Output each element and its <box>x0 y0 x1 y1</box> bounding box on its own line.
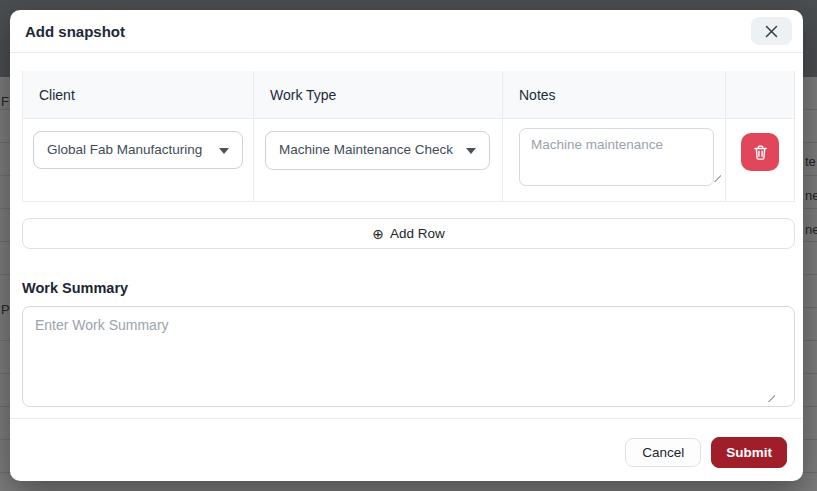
trash-icon <box>752 144 769 161</box>
notes-cell <box>503 119 726 201</box>
modal-header: Add snapshot <box>10 10 803 53</box>
table-header-row: Client Work Type Notes <box>23 71 794 118</box>
actions-cell <box>726 119 794 201</box>
close-icon <box>765 25 778 38</box>
add-snapshot-modal: Add snapshot Client Work Type Notes <box>10 10 803 481</box>
chevron-down-icon <box>219 148 229 154</box>
client-select-value: Global Fab Manufacturing <box>34 132 242 159</box>
modal-title: Add snapshot <box>25 23 125 40</box>
work-type-select[interactable]: Machine Maintenance Check <box>265 131 490 170</box>
work-type-cell: Machine Maintenance Check <box>254 119 503 201</box>
column-header-work-type: Work Type <box>254 71 503 118</box>
modal-body: Client Work Type Notes Global Fab Manufa… <box>10 53 803 407</box>
backdrop-text-fragment: P <box>1 303 10 316</box>
work-type-select-value: Machine Maintenance Check <box>266 132 489 159</box>
work-summary-label: Work Summary <box>22 280 791 296</box>
table-row: Global Fab Manufacturing Machine Mainten… <box>23 118 794 201</box>
cancel-button[interactable]: Cancel <box>625 438 701 467</box>
submit-button[interactable]: Submit <box>711 437 787 468</box>
column-header-notes: Notes <box>503 71 726 118</box>
chevron-down-icon <box>466 148 476 154</box>
column-header-client: Client <box>23 71 254 118</box>
add-row-label: Add Row <box>390 226 445 241</box>
add-row-button[interactable]: ⊕ Add Row <box>22 218 795 249</box>
column-header-actions <box>726 71 794 118</box>
backdrop-text-fragment: ne <box>805 189 817 202</box>
backdrop-text-fragment: ne <box>805 223 817 236</box>
close-button[interactable] <box>751 17 792 45</box>
notes-textarea[interactable] <box>519 128 714 186</box>
backdrop-text-fragment: F <box>1 95 9 108</box>
client-cell: Global Fab Manufacturing <box>23 119 254 201</box>
backdrop-text-fragment: te <box>805 155 816 168</box>
client-select[interactable]: Global Fab Manufacturing <box>33 131 243 169</box>
modal-footer: Cancel Submit <box>10 418 803 481</box>
circled-plus-icon: ⊕ <box>372 227 384 241</box>
work-summary-textarea[interactable] <box>22 306 795 407</box>
snapshot-table: Client Work Type Notes Global Fab Manufa… <box>22 71 795 202</box>
delete-row-button[interactable] <box>741 133 779 171</box>
